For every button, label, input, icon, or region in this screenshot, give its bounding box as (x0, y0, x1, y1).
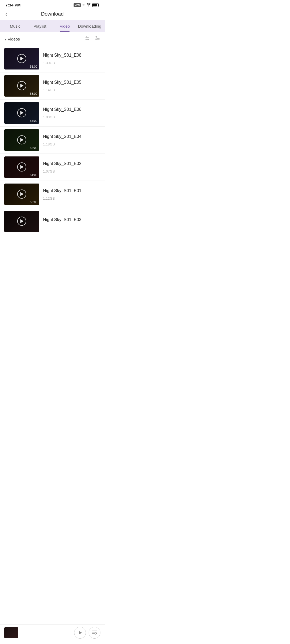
svg-rect-2 (99, 4, 99, 6)
video-size-3: 1.18GB (43, 142, 100, 146)
video-item-1[interactable]: 53:00Night Sky_S01_E051.14GB (0, 72, 105, 100)
video-info-2: Night Sky_S01_E061.03GB (39, 107, 100, 119)
video-title-5: Night Sky_S01_E01 (43, 188, 100, 193)
duration-label-3: 55:00 (30, 146, 37, 149)
video-thumbnail-5: 56:00 (4, 184, 39, 205)
video-list: 53:00Night Sky_S01_E081.30GB53:00Night S… (0, 45, 105, 235)
video-thumbnail-2: 54:00 (4, 102, 39, 124)
status-icons: VPN ✕ (74, 3, 99, 7)
duration-label-4: 54:00 (30, 173, 37, 177)
count-actions (84, 35, 100, 43)
video-item-2[interactable]: 54:00Night Sky_S01_E061.03GB (0, 100, 105, 127)
status-time: 7:34 PM (5, 3, 21, 7)
video-title-2: Night Sky_S01_E06 (43, 107, 100, 112)
duration-label-5: 56:00 (30, 200, 37, 204)
play-button-3[interactable] (17, 135, 26, 144)
tab-playlist[interactable]: Playlist (28, 20, 53, 32)
video-size-2: 1.03GB (43, 115, 100, 119)
duration-label-0: 53:00 (30, 65, 37, 68)
play-triangle-icon (20, 138, 24, 142)
tab-bar: MusicPlaylistVideoDownloading (0, 20, 105, 32)
vpn-icon: VPN (74, 3, 81, 7)
status-bar: 7:34 PM VPN ✕ (0, 0, 105, 9)
video-thumbnail-6 (4, 211, 39, 232)
video-info-3: Night Sky_S01_E041.18GB (39, 134, 100, 146)
video-thumbnail-3: 55:00 (4, 129, 39, 151)
wifi-icon (86, 3, 91, 7)
count-bar: 7 Videos (0, 32, 105, 45)
video-size-4: 1.07GB (43, 169, 100, 173)
page-title: Download (41, 11, 64, 17)
video-title-1: Night Sky_S01_E05 (43, 80, 100, 85)
play-button-6[interactable] (17, 217, 26, 226)
play-button-1[interactable] (17, 81, 26, 90)
page-header: ‹ Download (0, 9, 105, 20)
video-item-4[interactable]: 54:00Night Sky_S01_E021.07GB (0, 154, 105, 181)
play-triangle-icon (20, 219, 24, 223)
video-count: 7 Videos (4, 37, 20, 41)
play-triangle-icon (20, 84, 24, 87)
video-item-0[interactable]: 53:00Night Sky_S01_E081.30GB (0, 45, 105, 72)
tab-downloading[interactable]: Downloading (77, 20, 102, 32)
svg-rect-1 (93, 4, 97, 6)
battery-icon (92, 3, 99, 7)
video-size-0: 1.30GB (43, 61, 100, 65)
video-info-1: Night Sky_S01_E051.14GB (39, 80, 100, 92)
video-title-4: Night Sky_S01_E02 (43, 161, 100, 166)
video-info-0: Night Sky_S01_E081.30GB (39, 53, 100, 65)
video-thumbnail-0: 53:00 (4, 48, 39, 69)
play-triangle-icon (20, 57, 24, 60)
checklist-icon[interactable] (95, 35, 100, 43)
video-size-1: 1.14GB (43, 88, 100, 92)
play-button-0[interactable] (17, 54, 26, 63)
play-button-2[interactable] (17, 108, 26, 117)
play-button-4[interactable] (17, 162, 26, 171)
duration-label-2: 54:00 (30, 119, 37, 122)
play-triangle-icon (20, 111, 24, 115)
back-button[interactable]: ‹ (5, 11, 7, 17)
sort-icon[interactable] (84, 35, 90, 43)
play-button-5[interactable] (17, 189, 26, 199)
tab-video[interactable]: Video (52, 20, 77, 32)
play-triangle-icon (20, 192, 24, 196)
video-title-0: Night Sky_S01_E08 (43, 53, 100, 58)
video-size-5: 1.12GB (43, 196, 100, 200)
video-title-3: Night Sky_S01_E04 (43, 134, 100, 139)
play-triangle-icon (20, 165, 24, 169)
duration-label-1: 53:00 (30, 92, 37, 95)
video-info-4: Night Sky_S01_E021.07GB (39, 161, 100, 173)
video-thumbnail-4: 54:00 (4, 156, 39, 178)
video-info-5: Night Sky_S01_E011.12GB (39, 188, 100, 200)
tab-music[interactable]: Music (3, 20, 28, 32)
video-item-5[interactable]: 56:00Night Sky_S01_E011.12GB (0, 181, 105, 208)
video-title-6: Night Sky_S01_E03 (43, 217, 100, 222)
video-thumbnail-1: 53:00 (4, 75, 39, 97)
video-item-6[interactable]: Night Sky_S01_E03 (0, 208, 105, 235)
video-info-6: Night Sky_S01_E03 (39, 217, 100, 225)
video-item-3[interactable]: 55:00Night Sky_S01_E041.18GB (0, 127, 105, 154)
x-icon: ✕ (82, 3, 85, 7)
